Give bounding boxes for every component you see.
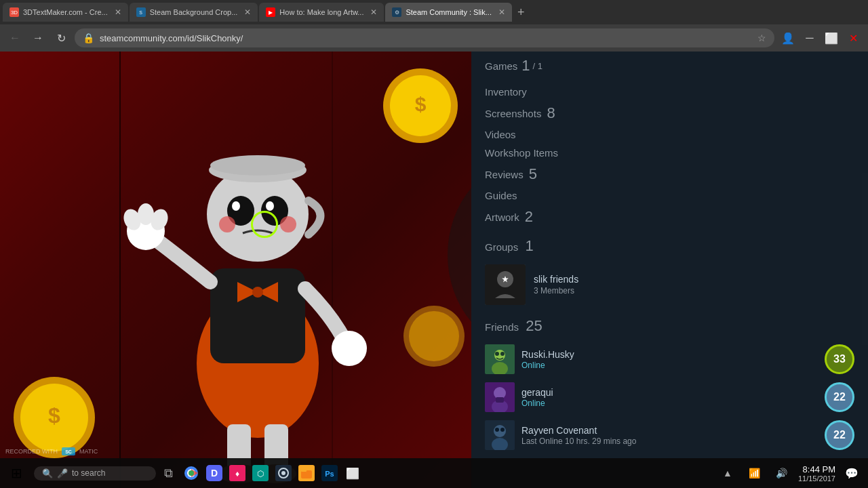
groups-count: 1: [525, 237, 533, 254]
svg-point-23: [219, 216, 235, 232]
volume-icon[interactable]: 🔊: [771, 462, 793, 484]
groups-title: Groups 1: [485, 237, 854, 255]
friend-avatar-rayven: [485, 420, 515, 450]
svg-text:$: $: [415, 93, 427, 115]
group-slik-friends[interactable]: slik friends 3 Members: [485, 260, 854, 309]
minimize-icon[interactable]: ─: [800, 28, 819, 47]
friends-title: Friends 25: [485, 317, 854, 335]
tab-title-3d: 3DTextMaker.com - Cre...: [23, 8, 108, 16]
friend-status-rayven: Last Online 10 hrs. 29 mins ago: [521, 436, 636, 446]
screencast-watermark: RECORDED WITH SC MATIC: [5, 447, 98, 455]
group-avatar: [485, 264, 526, 305]
svg-text:SC: SC: [65, 449, 72, 454]
games-label: Games: [485, 60, 517, 72]
friend-status-geraqui: Online: [521, 399, 553, 408]
close-button[interactable]: ✕: [844, 28, 863, 47]
sidebar-item-workshop[interactable]: Workshop Items: [485, 144, 854, 162]
notification-icon[interactable]: 💬: [841, 462, 863, 484]
friend-name-ruski: Ruski.Husky: [521, 349, 574, 360]
tab-close-yt[interactable]: ✕: [370, 7, 377, 17]
tab-bar: 3D 3DTextMaker.com - Cre... ✕ S Steam Ba…: [0, 0, 868, 24]
app-icon-2[interactable]: ⬡: [250, 462, 271, 484]
svg-point-24: [280, 216, 296, 232]
show-desktop-icon[interactable]: ⬜: [342, 462, 363, 484]
sidebar-item-guides[interactable]: Guides: [485, 186, 854, 205]
clock-date: 11/15/2017: [798, 474, 835, 483]
nav-items-section: Inventory Screenshots 8 Videos Workshop …: [485, 83, 854, 229]
games-meta: / 1: [533, 61, 542, 71]
friend-level-ruski: 33: [825, 344, 854, 374]
taskbar-clock[interactable]: 8:44 PM 11/15/2017: [798, 464, 835, 483]
photoshop-icon[interactable]: Ps: [319, 462, 340, 484]
svg-point-29: [332, 331, 367, 366]
address-bar[interactable]: 🔒 steamcommunity.com/id/SlikChonky/ ☆: [75, 28, 774, 47]
steam-taskbar-icon[interactable]: [273, 462, 294, 484]
tab-steam-active[interactable]: ⚙ Steam Community : Slik... ✕: [385, 3, 512, 22]
friend-level-value-rayven: 22: [833, 429, 846, 441]
sidebar-item-artwork[interactable]: Artwork 2: [485, 205, 854, 229]
svg-point-66: [281, 471, 285, 475]
lock-icon: 🔒: [83, 33, 94, 43]
reviews-label: Reviews: [485, 169, 524, 180]
task-view-button[interactable]: ⧉: [157, 462, 179, 484]
friend-level-rayven: 22: [825, 420, 854, 450]
tab-title-yt: How to: Make long Artw...: [279, 8, 363, 16]
discord-icon[interactable]: D: [203, 462, 225, 484]
screencast-recorded-label: RECORDED WITH: [5, 448, 58, 455]
search-icon: 🔍: [42, 468, 53, 479]
svg-rect-47: [496, 397, 504, 403]
search-mic-icon: 🎤: [57, 468, 68, 479]
artwork-count: 2: [525, 208, 533, 226]
group-members: 3 Members: [534, 286, 578, 296]
svg-point-8: [409, 311, 459, 361]
sidebar-item-reviews[interactable]: Reviews 5: [485, 162, 854, 186]
sidebar-item-screenshots[interactable]: Screenshots 8: [485, 101, 854, 125]
character-artwork: $ $: [0, 52, 471, 488]
svg-text:⬡: ⬡: [257, 469, 264, 479]
toolbar-right: 👤 ─ ⬜ ✕: [778, 28, 863, 47]
svg-text:Ps: Ps: [325, 470, 334, 478]
sidebar-item-videos[interactable]: Videos: [485, 125, 854, 144]
user-account-icon[interactable]: 👤: [778, 28, 797, 47]
tab-favicon-yt: ▶: [266, 7, 275, 17]
start-button[interactable]: ⊞: [5, 462, 27, 484]
friend-item-ruski[interactable]: Ruski.Husky Online 33: [485, 340, 854, 378]
tab-3d[interactable]: 3D 3DTextMaker.com - Cre... ✕: [3, 3, 128, 22]
forward-button[interactable]: →: [28, 28, 47, 47]
main-content: $ $: [0, 52, 868, 488]
file-explorer-icon[interactable]: [296, 462, 317, 484]
tray-icon-1[interactable]: ▲: [717, 462, 738, 484]
tab-close-3d[interactable]: ✕: [115, 7, 121, 17]
friend-item-rayven[interactable]: Rayven Covenant Last Online 10 hrs. 29 m…: [485, 416, 854, 454]
chrome-icon[interactable]: [180, 462, 202, 484]
friend-info-ruski: Ruski.Husky Online: [521, 349, 574, 370]
screenshots-count: 8: [547, 104, 555, 122]
tab-close-steam-bg[interactable]: ✕: [244, 7, 251, 17]
tab-favicon-steam-bg: S: [136, 7, 146, 17]
friend-level-value-geraqui: 22: [833, 391, 846, 403]
browser-chrome: 3D 3DTextMaker.com - Cre... ✕ S Steam Ba…: [0, 0, 868, 52]
tab-steam-bg[interactable]: S Steam Background Crop... ✕: [130, 3, 258, 22]
sidebar-item-inventory[interactable]: Inventory: [485, 83, 854, 101]
tab-favicon-3d: 3D: [9, 7, 19, 17]
network-icon[interactable]: 📶: [744, 462, 766, 484]
tab-title-steam: Steam Community : Slik...: [406, 8, 492, 16]
address-text: steamcommunity.com/id/SlikChonky/: [100, 33, 752, 43]
address-bar-icons: ☆: [757, 33, 766, 43]
app-icon-1[interactable]: ♦: [226, 462, 248, 484]
restore-icon[interactable]: ⬜: [822, 28, 841, 47]
friend-avatar-ruski: [485, 344, 515, 374]
back-button[interactable]: ←: [5, 28, 24, 47]
taskbar-search[interactable]: 🔍 🎤 to search: [34, 466, 156, 481]
svg-point-49: [494, 425, 506, 437]
tab-close-steam[interactable]: ✕: [498, 7, 505, 17]
friend-item-geraqui[interactable]: geraqui Online 22: [485, 378, 854, 416]
svg-text:$: $: [48, 403, 60, 428]
reload-button[interactable]: ↻: [52, 28, 71, 47]
bookmark-icon[interactable]: ☆: [757, 33, 766, 43]
clock-time: 8:44 PM: [798, 464, 835, 474]
svg-point-57: [189, 470, 194, 476]
tab-yt[interactable]: ▶ How to: Make long Artw... ✕: [259, 3, 384, 22]
new-tab-button[interactable]: +: [513, 5, 529, 20]
guides-label: Guides: [485, 190, 517, 201]
